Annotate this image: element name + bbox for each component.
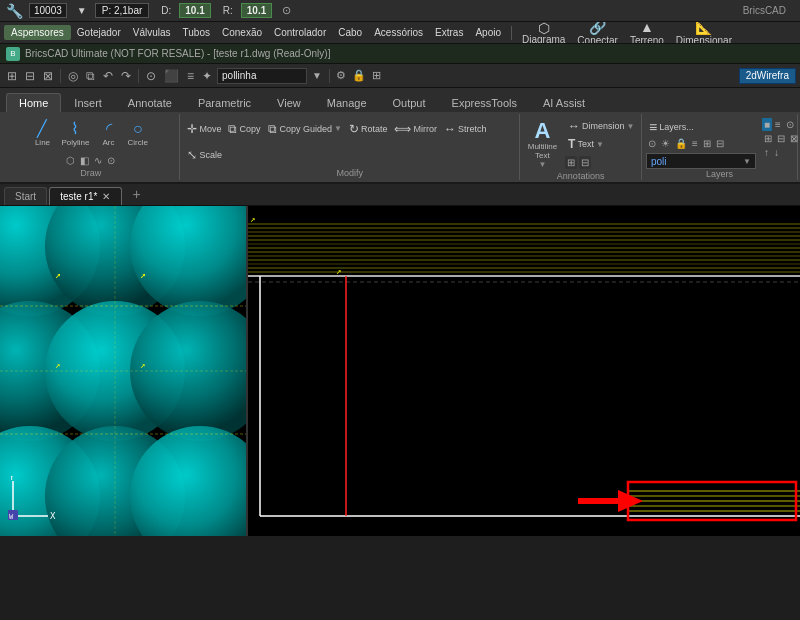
- view-mode-badge[interactable]: 2dWirefra: [739, 68, 796, 84]
- ribbon-btn-copy[interactable]: ⧉ Copy: [225, 121, 263, 137]
- menu-controlador[interactable]: Controlador: [268, 25, 332, 40]
- ribbon-btn-stretch[interactable]: ↔ Stretch: [441, 121, 490, 137]
- cmd-icon-11[interactable]: ✦: [199, 68, 215, 84]
- tab-parametric[interactable]: Parametric: [185, 93, 264, 112]
- cmd-sep-1: [60, 69, 61, 83]
- svg-text:↗: ↗: [140, 360, 145, 370]
- layer-r-icon-8[interactable]: ↓: [772, 146, 781, 159]
- menu-conexao[interactable]: Conexão: [216, 25, 268, 40]
- menu-valvulas[interactable]: Válvulas: [127, 25, 177, 40]
- tab-insert[interactable]: Insert: [61, 93, 115, 112]
- doc-tab-start[interactable]: Start: [4, 187, 47, 205]
- draw-extra-1[interactable]: ⬡: [64, 154, 77, 167]
- draw-extra-2[interactable]: ◧: [78, 154, 91, 167]
- ribbon-btn-multiline-text[interactable]: A MultilineText ▼: [524, 118, 561, 171]
- layer-r-icon-6[interactable]: ⊠: [788, 132, 800, 145]
- cmd-bar: ⊞ ⊟ ⊠ ◎ ⧉ ↶ ↷ ⊙ ⬛ ≡ ✦ ▼ ⚙ 🔒 ⊞ 2dWirefra: [0, 64, 800, 88]
- counter-display: 10003: [29, 3, 67, 18]
- cmd-icon-13[interactable]: 🔒: [350, 68, 368, 83]
- tab-expresstools[interactable]: ExpressTools: [439, 93, 530, 112]
- annot-extra-2[interactable]: ⊟: [579, 156, 591, 169]
- layer-r-icon-7[interactable]: ↑: [762, 146, 771, 159]
- cmd-icon-3[interactable]: ⊠: [40, 68, 56, 84]
- layer-r-icon-3[interactable]: ⊙: [784, 118, 796, 131]
- menu-sep: [511, 26, 512, 40]
- menu-conectar[interactable]: 🔗Conectar: [571, 22, 624, 44]
- cmd-icon-2[interactable]: ⊟: [22, 68, 38, 84]
- cmd-icon-14[interactable]: ⊞: [370, 68, 383, 83]
- tab-output[interactable]: Output: [380, 93, 439, 112]
- layer-r-icon-1[interactable]: ■: [762, 118, 772, 131]
- layer-r-icon-5[interactable]: ⊟: [775, 132, 787, 145]
- ribbon-btn-line[interactable]: ╱ Line: [29, 117, 55, 149]
- tab-manage[interactable]: Manage: [314, 93, 380, 112]
- svg-text:Y: Y: [9, 476, 15, 482]
- draw-extra-4[interactable]: ⊙: [105, 154, 117, 167]
- viewport-right[interactable]: ↗ ↗: [248, 206, 800, 536]
- ribbon-btn-circle[interactable]: ○ Circle: [124, 118, 152, 149]
- arc-label: Arc: [103, 138, 115, 147]
- menu-acessorios[interactable]: Acessórios: [368, 25, 429, 40]
- ribbon-btn-rotate[interactable]: ↻ Rotate: [346, 121, 391, 137]
- draw-extra-3[interactable]: ∿: [92, 154, 104, 167]
- d-val2: 10.1: [241, 3, 272, 18]
- menu-diagrama[interactable]: ⬡Diagrama: [516, 22, 571, 44]
- menu-extras[interactable]: Extras: [429, 25, 469, 40]
- menu-tubos[interactable]: Tubos: [177, 25, 216, 40]
- ribbon-btn-arc[interactable]: ◜ Arc: [96, 117, 122, 149]
- cmd-input[interactable]: [217, 68, 307, 84]
- menu-cabo[interactable]: Cabo: [332, 25, 368, 40]
- active-tab-close[interactable]: ✕: [100, 191, 111, 202]
- menu-terreno[interactable]: ▲Terreno: [624, 22, 670, 44]
- viewport-left[interactable]: ↗ ↗ ↗ ↗ X Y W: [0, 206, 248, 536]
- menu-aspensores[interactable]: Aspensores: [4, 25, 71, 40]
- circle-btn-icon: ○: [133, 120, 143, 138]
- layer-icon-5[interactable]: ⊞: [701, 137, 713, 150]
- active-tab-label: teste r1*: [60, 191, 97, 202]
- ribbon-btn-scale[interactable]: ⤡ Scale: [184, 147, 225, 163]
- layer-r-icon-4[interactable]: ⊞: [762, 132, 774, 145]
- doc-tab-active[interactable]: teste r1* ✕: [49, 187, 122, 205]
- tab-annotate[interactable]: Annotate: [115, 93, 185, 112]
- layer-value: poli: [651, 156, 667, 167]
- cmd-icon-9[interactable]: ⬛: [161, 68, 182, 84]
- tab-home[interactable]: Home: [6, 93, 61, 112]
- layer-icon-6[interactable]: ⊟: [714, 137, 726, 150]
- menu-apoio[interactable]: Apoio: [469, 25, 507, 40]
- title-bar: 🔧 10003 ▼ P: 2,1bar D: 10.1 R: 10.1 ⊙ Br…: [0, 0, 800, 22]
- layer-icon-2[interactable]: ☀: [659, 137, 672, 150]
- annot-extra-1[interactable]: ⊞: [565, 156, 577, 169]
- ribbon-btn-polyline[interactable]: ⌇ Polyline: [57, 117, 93, 149]
- layer-icon-3[interactable]: 🔒: [673, 137, 689, 150]
- layer-r-icon-2[interactable]: ≡: [773, 118, 783, 131]
- ribbon-btn-layers[interactable]: ≡ Layers...: [646, 118, 756, 136]
- doc-tab-add[interactable]: +: [124, 183, 148, 205]
- layer-icon-4[interactable]: ≡: [690, 137, 700, 150]
- layer-dropdown[interactable]: poli▼: [646, 153, 756, 169]
- cmd-icon-1[interactable]: ⊞: [4, 68, 20, 84]
- layer-icon-1[interactable]: ⊙: [646, 137, 658, 150]
- cmd-icon-8[interactable]: ⊙: [143, 68, 159, 84]
- cmd-icon-6[interactable]: ↶: [100, 68, 116, 84]
- menu-gotejador[interactable]: Gotejador: [71, 25, 127, 40]
- cmd-icon-10[interactable]: ≡: [184, 68, 197, 84]
- menu-dimensionar[interactable]: 📐Dimensionar: [670, 22, 738, 44]
- ribbon-btn-move[interactable]: ✛ Move: [184, 121, 224, 137]
- cmd-icon-7[interactable]: ↷: [118, 68, 134, 84]
- ribbon-btn-mirror[interactable]: ⟺ Mirror: [391, 121, 440, 137]
- tab-ai-assist[interactable]: AI Assist: [530, 93, 598, 112]
- ribbon-group-layers-label: Layers: [646, 169, 793, 179]
- svg-text:↗: ↗: [55, 360, 60, 370]
- ribbon-btn-copy-guided[interactable]: ⧉ Copy Guided▼: [265, 121, 344, 137]
- d-label1: D:: [161, 5, 171, 16]
- arc-icon: ◜: [106, 119, 112, 138]
- tab-view[interactable]: View: [264, 93, 314, 112]
- cmd-icon-12[interactable]: ⚙: [334, 68, 348, 83]
- cmd-icon-4[interactable]: ◎: [65, 68, 81, 84]
- ribbon-btn-text[interactable]: T Text▼: [565, 136, 637, 152]
- cmd-icon-5[interactable]: ⧉: [83, 68, 98, 84]
- app-icon: 🔧: [6, 3, 23, 19]
- scale-icon: ⤡: [187, 148, 197, 162]
- cmd-dropdown[interactable]: ▼: [309, 69, 325, 82]
- ribbon-btn-dimension[interactable]: ↔ Dimension▼: [565, 118, 637, 134]
